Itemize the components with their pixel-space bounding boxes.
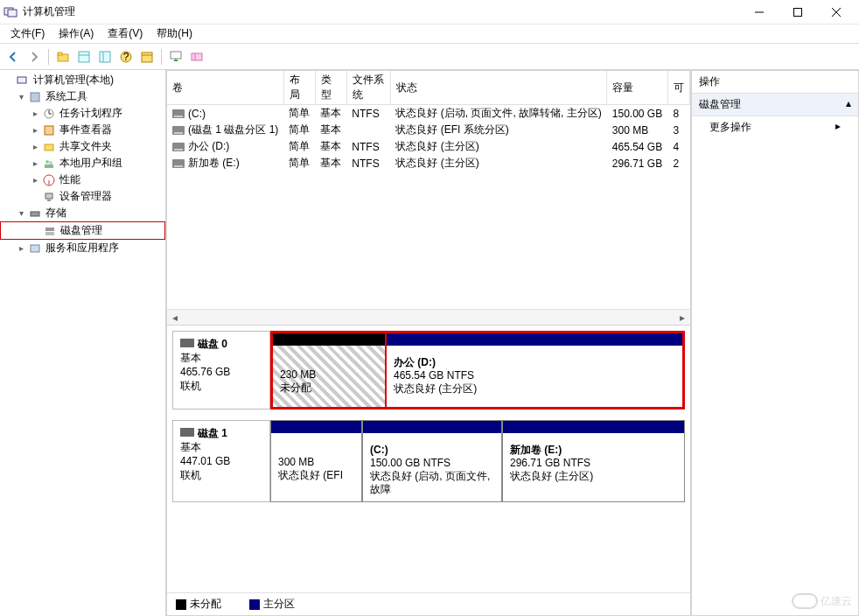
menu-view[interactable]: 查看(V) (101, 24, 150, 43)
drive-icon (172, 109, 185, 118)
actions-more[interactable]: 更多操作▸ (692, 116, 858, 138)
disk0-partition-d[interactable]: 办公 (D:) 465.54 GB NTFS 状态良好 (主分区) (386, 332, 683, 408)
disk-graphical-view[interactable]: 磁盘 0 基本 465.76 GB 联机 230 MB 未分配 (166, 326, 691, 616)
svg-rect-24 (45, 126, 53, 135)
tree-performance[interactable]: ▸性能 (0, 172, 165, 188)
svg-rect-35 (45, 232, 54, 235)
tool-schedule-icon[interactable] (137, 47, 157, 66)
drive-icon (172, 143, 185, 151)
disk-row-0[interactable]: 磁盘 0 基本 465.76 GB 联机 230 MB 未分配 (167, 326, 690, 415)
volume-list[interactable]: 卷 布局 类型 文件系统 状态 容量 可 (C:)简单基本NTFS状态良好 (启… (166, 70, 691, 326)
svg-point-27 (49, 161, 52, 164)
svg-rect-31 (45, 193, 52, 199)
svg-rect-1 (8, 10, 17, 17)
svg-rect-25 (45, 144, 53, 150)
menubar: 文件(F) 操作(A) 查看(V) 帮助(H) (0, 24, 859, 44)
tool-refresh-icon[interactable] (166, 47, 185, 66)
svg-rect-32 (47, 200, 51, 201)
drive-icon (172, 126, 185, 135)
svg-rect-20 (31, 93, 39, 102)
svg-rect-10 (100, 52, 110, 62)
volume-row[interactable]: (磁盘 1 磁盘分区 1)简单基本状态良好 (EFI 系统分区)300 MB3 (167, 122, 690, 138)
tree-local-users[interactable]: ▸本地用户和组 (0, 155, 165, 172)
forward-button[interactable] (24, 47, 44, 66)
svg-rect-8 (79, 52, 89, 62)
horizontal-scrollbar[interactable]: ◂ ▸ (167, 309, 690, 325)
drive-icon (172, 159, 185, 168)
actions-panel: 操作 磁盘管理▴ 更多操作▸ (692, 70, 859, 616)
tool-panel-icon[interactable] (187, 47, 206, 66)
svg-rect-34 (45, 228, 54, 231)
svg-rect-36 (31, 245, 39, 252)
svg-rect-33 (31, 212, 39, 216)
tool-folder-icon[interactable] (53, 47, 73, 66)
tool-help-icon[interactable]: ? (116, 47, 136, 66)
chevron-right-icon: ▸ (835, 120, 841, 135)
watermark: 亿速云 (792, 593, 852, 609)
disk1-info: 磁盘 1 基本 447.01 GB 联机 (172, 420, 270, 502)
disk-icon (180, 339, 194, 347)
svg-rect-17 (192, 53, 202, 60)
tree-services-apps[interactable]: ▸服务和应用程序 (0, 240, 165, 256)
svg-rect-3 (794, 8, 802, 16)
legend-primary-swatch (249, 599, 260, 610)
disk1-partition-e[interactable]: 新加卷 (E:) 296.71 GB NTFS 状态良好 (主分区) (502, 420, 685, 502)
scroll-left-icon[interactable]: ◂ (167, 311, 183, 325)
toolbar: ? (0, 44, 859, 70)
maximize-button[interactable] (779, 0, 817, 24)
volume-row[interactable]: (C:)简单基本NTFS状态良好 (启动, 页面文件, 故障转储, 主分区)15… (167, 105, 690, 122)
tool-view2-icon[interactable] (95, 47, 115, 66)
tree-shared-folders[interactable]: ▸共享文件夹 (0, 138, 165, 155)
app-icon (3, 5, 17, 19)
disk1-efi[interactable]: 300 MB 状态良好 (EFI (270, 420, 362, 502)
svg-rect-7 (58, 52, 62, 55)
title-bar: 计算机管理 (0, 0, 859, 24)
tree-system-tools[interactable]: ▾系统工具 (0, 88, 165, 105)
disk-row-1[interactable]: 磁盘 1 基本 447.01 GB 联机 300 MB 状态良好 (EFI (167, 415, 690, 508)
menu-help[interactable]: 帮助(H) (150, 24, 199, 43)
svg-rect-14 (142, 52, 152, 62)
tree-panel[interactable]: 计算机管理(本地) ▾系统工具 ▸任务计划程序 ▸事件查看器 ▸共享文件夹 ▸本… (0, 70, 166, 616)
volume-row[interactable]: 新加卷 (E:)简单基本NTFS状态良好 (主分区)296.71 GB2 (167, 155, 690, 172)
col-type[interactable]: 类型 (315, 71, 346, 105)
col-capacity[interactable]: 容量 (607, 71, 668, 105)
svg-text:?: ? (123, 51, 129, 63)
tree-task-scheduler[interactable]: ▸任务计划程序 (0, 105, 165, 122)
svg-point-26 (45, 160, 49, 164)
center-panel: 卷 布局 类型 文件系统 状态 容量 可 (C:)简单基本NTFS状态良好 (启… (166, 70, 692, 616)
tree-disk-management[interactable]: 磁盘管理 (0, 221, 165, 240)
disk0-info: 磁盘 0 基本 465.76 GB 联机 (172, 331, 270, 410)
menu-file[interactable]: 文件(F) (3, 24, 52, 43)
col-volume[interactable]: 卷 (167, 71, 283, 105)
col-free[interactable]: 可 (667, 71, 689, 105)
col-layout[interactable]: 布局 (283, 71, 315, 105)
disk0-unallocated[interactable]: 230 MB 未分配 (272, 332, 386, 408)
collapse-icon: ▴ (846, 97, 851, 112)
tool-view1-icon[interactable] (74, 47, 94, 66)
window-title: 计算机管理 (23, 4, 740, 19)
actions-disk-mgmt[interactable]: 磁盘管理▴ (692, 94, 858, 116)
menu-action[interactable]: 操作(A) (52, 24, 101, 43)
legend: 未分配 主分区 (167, 592, 690, 615)
tree-root[interactable]: 计算机管理(本地) (0, 72, 165, 88)
svg-rect-16 (171, 52, 181, 59)
actions-header: 操作 (692, 71, 858, 94)
disk-icon (180, 428, 194, 437)
tree-device-manager[interactable]: 设备管理器 (0, 188, 165, 205)
col-status[interactable]: 状态 (390, 71, 606, 105)
svg-rect-19 (17, 77, 26, 83)
back-button[interactable] (3, 47, 23, 66)
col-filesystem[interactable]: 文件系统 (346, 71, 390, 105)
scroll-right-icon[interactable]: ▸ (674, 311, 690, 325)
svg-rect-28 (45, 164, 53, 168)
disk1-partition-c[interactable]: (C:) 150.00 GB NTFS 状态良好 (启动, 页面文件, 故障 (362, 420, 502, 502)
legend-unallocated-swatch (176, 599, 186, 610)
cloud-icon (792, 593, 818, 609)
volume-row[interactable]: 办公 (D:)简单基本NTFS状态良好 (主分区)465.54 GB4 (167, 138, 690, 155)
tree-storage[interactable]: ▾存储 (0, 205, 165, 221)
minimize-button[interactable] (740, 0, 779, 24)
tree-event-viewer[interactable]: ▸事件查看器 (0, 122, 165, 138)
close-button[interactable] (817, 0, 856, 24)
